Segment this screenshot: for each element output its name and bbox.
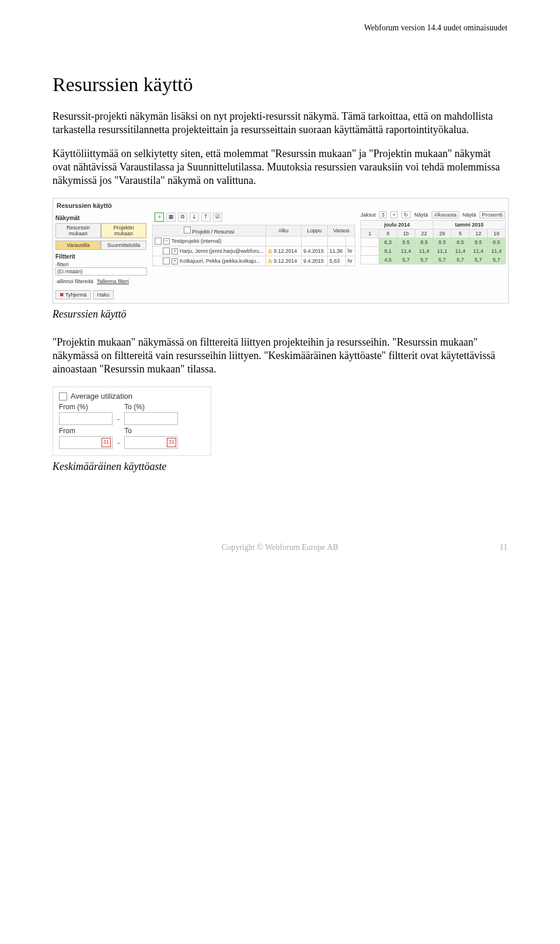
tab-planning-mode[interactable]: Suunnittelutila <box>101 241 146 250</box>
col-booking: Varaus <box>327 225 355 236</box>
col-end: Loppu <box>301 225 327 236</box>
timeline-panel: Jaksot 3 + ↻ Näytä Alkavasta Näytä Prose… <box>358 210 508 268</box>
sidebar-label-filters: Filtterit <box>55 253 147 260</box>
row-checkbox[interactable] <box>163 248 170 255</box>
checklist-icon[interactable]: ☑ <box>213 213 222 222</box>
calendar-icon[interactable]: 31 <box>167 438 176 447</box>
tab-by-project[interactable]: Projektin mukaan <box>101 223 146 238</box>
add-icon[interactable]: ＋ <box>155 213 164 222</box>
expand-icon[interactable]: + <box>172 258 178 264</box>
collapse-icon[interactable]: − <box>163 238 170 245</box>
page-number: 11 <box>500 543 508 552</box>
app-title: Resurssien käyttö <box>53 198 508 210</box>
export-icon[interactable]: ⤒ <box>201 213 211 222</box>
average-utilization-checkbox[interactable] <box>59 392 67 400</box>
from-date-label: From <box>59 427 113 435</box>
tab-by-resource[interactable]: Resurssin mukaan <box>55 223 101 238</box>
average-utilization-title: Average utilization <box>71 392 132 400</box>
tab-booking-mode[interactable]: Varaustila <box>55 241 101 250</box>
month-1: joulu 2014 <box>361 221 433 229</box>
filter-select[interactable]: (Ei mitään) <box>55 267 147 276</box>
refresh-icon[interactable]: ↻ <box>401 211 411 218</box>
paragraph-2: Käyttöliittymää on selkiytetty siten, et… <box>52 147 508 187</box>
col-start: Alku <box>265 225 301 236</box>
plus-button[interactable]: + <box>390 211 398 218</box>
screenshot-average-utilization: Average utilization From (%) - To (%) Fr… <box>52 386 211 456</box>
to-date-label: To <box>124 427 178 435</box>
resource-name[interactable]: Harju, Jenni (jenni.harju@webforu... <box>180 248 264 254</box>
header-product: Webforum version 14.4 uudet ominaisuudet <box>52 23 508 33</box>
x-icon: ✖ <box>60 292 64 298</box>
paragraph-3: "Projektin mukaan" näkymässä on filttere… <box>52 336 508 376</box>
to-pct-label: To (%) <box>124 403 178 411</box>
page-title: Resurssien käyttö <box>52 74 508 96</box>
unit-label: Näytä <box>463 212 477 218</box>
timeline-table: joulu 2014 tammi 2015 1 8 1b 22 29 5 12 … <box>360 220 506 264</box>
show-label: Näytä <box>414 212 428 218</box>
project-tree-panel: ＋ ▦ ⧉ ⤓ ⤒ ☑ Projekti / Resurssi Alku Lop… <box>152 210 355 270</box>
tree-root[interactable]: Testiprojekti (internal) <box>172 238 222 244</box>
import-icon[interactable]: ⤓ <box>190 213 199 222</box>
dash: - <box>117 414 120 425</box>
caption-1: Resurssien käyttö <box>52 308 508 321</box>
screenshot-resource-utilization: Resurssien käyttö Näkymät Resurssin muka… <box>52 198 509 304</box>
periods-value[interactable]: 3 <box>379 211 387 218</box>
from-pct-label: From (%) <box>59 403 113 411</box>
manage-filters-link[interactable]: -allinnoi filtereitä <box>55 278 93 284</box>
sidebar-label-views: Näkymät <box>55 215 147 221</box>
filter-topic-label: -fitteri <box>55 262 147 267</box>
select-all-checkbox[interactable] <box>184 227 191 234</box>
clear-button[interactable]: ✖Tyhjennä <box>55 290 91 299</box>
col-project: Projekti / Resurssi <box>192 229 235 235</box>
warning-icon: ⚠ <box>268 248 272 254</box>
resource-name[interactable]: Kotkajuuri, Pekka (pekka.kotkaju... <box>180 258 260 264</box>
show-from-select[interactable]: Alkavasta <box>432 211 459 218</box>
periods-label: Jaksot <box>360 212 376 218</box>
dash: - <box>117 438 120 449</box>
row-checkbox[interactable] <box>163 257 170 264</box>
row-checkbox[interactable] <box>155 238 162 245</box>
expand-icon[interactable]: + <box>172 248 178 255</box>
from-pct-input[interactable] <box>59 412 113 425</box>
copy-icon[interactable]: ⧉ <box>178 213 187 222</box>
calendar-icon[interactable]: 31 <box>102 438 111 447</box>
sidebar: Näkymät Resurssin mukaan Projektin mukaa… <box>53 210 149 303</box>
warning-icon: ⚠ <box>268 258 272 264</box>
caption-2: Keskimääräinen käyttöaste <box>52 461 508 473</box>
to-pct-input[interactable] <box>124 412 178 425</box>
save-filter-link[interactable]: Tallenna filteri <box>97 278 129 284</box>
toolbar: ＋ ▦ ⧉ ⤓ ⤒ ☑ <box>152 211 355 223</box>
search-button[interactable]: Haku <box>93 290 114 299</box>
paragraph-1: Resurssit-projekti näkymän lisäksi on ny… <box>52 110 508 137</box>
month-2: tammi 2015 <box>433 221 506 229</box>
unit-select[interactable]: Prosentti <box>480 211 505 218</box>
table-icon[interactable]: ▦ <box>166 213 176 222</box>
footer-copyright: Copyright © Webforum Europe AB <box>222 543 338 552</box>
